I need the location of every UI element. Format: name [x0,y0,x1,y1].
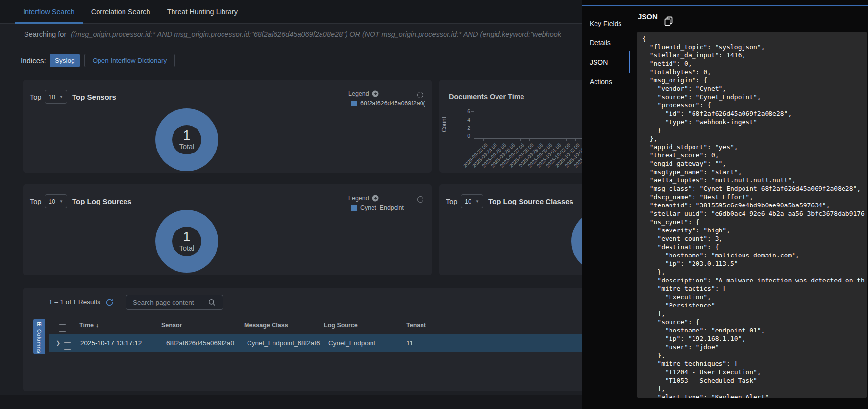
column-header-log-source[interactable]: Log Source [324,316,358,334]
y-tick-label: 2 [461,124,470,132]
json-line: "ip": "203.0.113.5" [642,259,867,268]
panel-title: Top Log Sources [72,197,131,205]
y-tick-label: 6 [461,107,470,116]
json-line: "aella_tuples": "null.null.null.null", [642,176,867,184]
legend-swatch [351,101,357,106]
json-line: "severity": "high", [642,226,867,234]
json-line: "threat_score": 0, [642,151,867,159]
chart-title: Documents Over Time [449,93,524,101]
json-line: }, [642,134,867,143]
active-tab-indicator [629,51,630,73]
json-line: "id": "68f2af626d45a069f2a08e28", [642,109,867,118]
detail-tab-key-fields[interactable]: Key Fields [590,19,621,28]
cell-tenant: 11 [406,334,413,352]
json-line: { [642,34,867,43]
column-header-time[interactable]: Time↓ [79,316,99,334]
top-n-label: Top [30,198,41,205]
donut-center: 1 Total [155,210,218,273]
json-content: { "fluentd_topic": "syslogjson", "stella… [637,32,867,398]
column-header-message-class[interactable]: Message Class [244,316,288,334]
panel-option-circle[interactable] [417,92,423,98]
column-header-tenant[interactable]: Tenant [406,316,426,334]
tab-correlation-search[interactable]: Correlation Search [83,0,159,24]
json-line: "engid_gateway": "", [642,159,867,168]
json-line: "processor": { [642,101,867,109]
json-line: "T1204 - User Execution", [642,368,867,376]
y-axis-label: Count [441,114,447,135]
top-sensors-donut-chart[interactable]: 1 Total [155,108,218,171]
legend-label: Legend [348,195,369,202]
json-line: "stellar_uuid": "e6db0ac4-92e6-4b2a-aa56… [642,209,867,218]
json-line: "source": "Cynet_Endpoint", [642,93,867,101]
donut-total-label: Total [179,142,195,152]
column-header-sensor[interactable]: Sensor [161,316,182,334]
copy-icon[interactable] [663,16,674,26]
panel-option-circle[interactable] [417,196,423,203]
top-n-label: Top [30,93,41,101]
json-line: "netid": 0, [642,59,867,68]
refresh-icon[interactable] [105,298,114,307]
record-detail-panel: Key Fields Details JSON Actions JSON { "… [582,0,868,409]
json-line: "mitre_tactics": [ [642,284,867,293]
cell-message-class: Cynet_Endpoint_68f2af6 [247,334,326,352]
table-grid-icon: ⊞ [37,321,42,327]
legend-item[interactable]: 68f2af626d45a069f2a0( [351,100,425,107]
json-line: "destination": { [642,243,867,251]
search-icon [208,299,216,306]
legend-item-label: Cynet_Endpoint [360,204,404,211]
json-line: ], [642,309,867,318]
search-summary: Searching for ((msg_origin.processor.id:… [24,30,561,38]
json-line: "vendor": "Cynet", [642,84,867,93]
top-log-sources-donut-chart[interactable]: 1 Total [155,210,218,273]
top-n-value: 10 [49,94,55,101]
tab-interflow-search[interactable]: Interflow Search [15,0,83,24]
open-interflow-dictionary-button[interactable]: Open Interflow Dictionary [84,54,175,67]
json-line: "hostname": "malicious-domain.com", [642,251,867,259]
top-n-value: 10 [465,198,471,205]
json-line: ], [642,384,867,393]
top-n-select[interactable]: 10 ▼ [461,194,483,208]
panel-title: Top Sensors [72,93,116,101]
index-syslog-button[interactable]: Syslog [50,54,80,67]
row-expander-icon[interactable]: ❯ [56,334,60,352]
cell-time: 2025-10-17 13:17:12 [80,334,161,352]
cell-sensor: 68f2af626d45a069f2a0 [166,334,245,352]
detail-tab-actions[interactable]: Actions [590,77,612,87]
legend-toggle[interactable]: Legend [348,90,379,97]
detail-tab-json[interactable]: JSON [590,57,608,67]
top-n-select[interactable]: 10 ▼ [45,90,67,104]
json-view-title: JSON [638,12,658,21]
y-tick-label: 4 [461,116,470,124]
columns-button[interactable]: ⊞ Columns [33,319,45,354]
legend-collapse-icon [372,195,379,202]
json-line: "mitre_techniques": [ [642,359,867,368]
json-line: "alert_type": "Kayleen Alert", [642,393,867,398]
tab-threat-hunting-library[interactable]: Threat Hunting Library [159,0,246,24]
json-line: "Persistence" [642,301,867,309]
json-line: "Execution", [642,293,867,301]
row-checkbox[interactable] [64,334,71,352]
legend-toggle[interactable]: Legend [348,195,379,202]
json-line: } [642,126,867,134]
json-line: "dscp_name": "Best Effort", [642,193,867,201]
json-line: "fluentd_topic": "syslogjson", [642,43,867,51]
json-line: "source": { [642,318,867,326]
results-count: 1 – 1 of 1 Results [49,295,100,309]
detail-tab-details[interactable]: Details [590,38,611,48]
top-n-select[interactable]: 10 ▼ [45,194,67,208]
top-n-label: Top [446,198,457,205]
json-line: "msgtype_name": "start", [642,168,867,176]
json-line: "ip": "192.168.1.10", [642,334,867,343]
legend-collapse-icon [372,90,379,97]
chevron-down-icon: ▼ [59,95,63,99]
top-n-value: 10 [49,198,55,205]
search-summary-prefix: Searching for [24,30,66,38]
legend-swatch [351,205,357,211]
select-all-checkbox[interactable] [59,316,66,334]
donut-center: 1 Total [155,108,218,171]
legend-item[interactable]: Cynet_Endpoint [351,204,404,211]
json-line: "stellar_da_input": 1416, [642,51,867,59]
json-line: "appid_stdport": "yes", [642,143,867,151]
json-line: "msg_origin": { [642,76,867,84]
json-line: }, [642,268,867,276]
